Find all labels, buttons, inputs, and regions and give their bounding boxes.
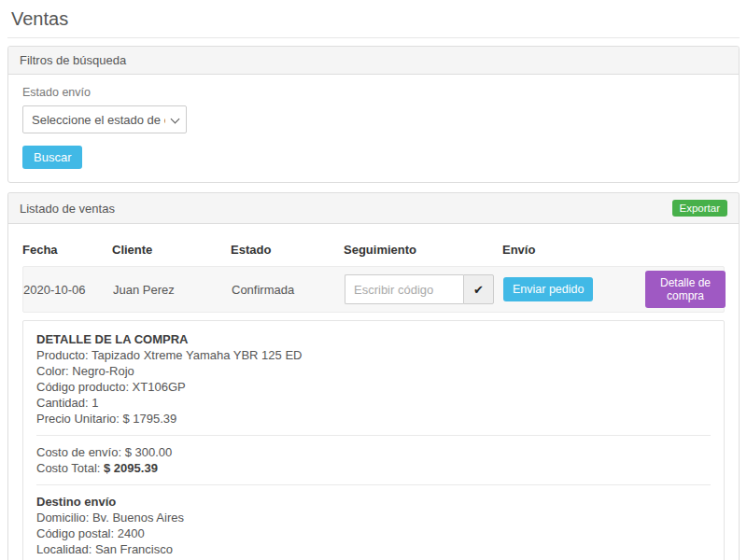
table-header: Fecha Cliente Estado Seguimiento Envío [22, 235, 725, 266]
filters-panel: Filtros de búsqueda Estado envío Selecci… [7, 46, 740, 183]
buscar-button[interactable]: Buscar [22, 146, 82, 169]
sales-panel-header: Listado de ventas Exportar [8, 193, 739, 224]
destination-line-localidad: Localidad: San Francisco [36, 541, 711, 557]
page: Ventas Filtros de búsqueda Estado envío … [0, 0, 747, 560]
page-divider [7, 37, 740, 38]
column-estado: Estado [231, 243, 344, 257]
sale-status: Confirmada [232, 283, 345, 297]
sales-panel: Listado de ventas Exportar Fecha Cliente… [7, 192, 740, 560]
column-seguimiento: Seguimiento [344, 243, 502, 257]
table-row: 2020-10-06 Juan Perez Confirmada ✔ Envia… [22, 266, 725, 313]
detail-line-color: Color: Negro-Rojo [36, 363, 711, 379]
destination-line-domicilio: Domicilio: Bv. Buenos Aires [36, 510, 711, 525]
column-fecha: Fecha [22, 243, 112, 257]
page-title: Ventas [7, 0, 740, 37]
sales-panel-body: Fecha Cliente Estado Seguimiento Envío 2… [8, 224, 739, 560]
tracking-code-input[interactable] [345, 274, 463, 304]
detail-cell: Detalle de compra [645, 271, 726, 308]
send-order-button[interactable]: Enviar pedido [503, 277, 593, 301]
estado-envio-select-wrap: Seleccione el estado de envio [22, 105, 187, 133]
detail-divider-2 [36, 484, 711, 485]
sale-date: 2020-10-06 [23, 283, 113, 297]
purchase-detail-button[interactable]: Detalle de compra [645, 271, 726, 308]
total-cost: Costo Total: $ 2095.39 [36, 460, 711, 476]
confirm-tracking-button[interactable]: ✔ [463, 274, 494, 304]
detail-line-codigo: Código producto: XT106GP [36, 379, 711, 395]
purchase-detail-panel: DETALLE DE LA COMPRA Producto: Tapizado … [22, 320, 725, 560]
total-cost-label: Costo Total: [36, 461, 104, 475]
total-cost-value: $ 2095.39 [104, 461, 158, 475]
detail-title: DETALLE DE LA COMPRA [36, 331, 711, 347]
check-icon: ✔ [473, 283, 484, 297]
detail-divider [36, 435, 711, 436]
sales-panel-title: Listado de ventas [20, 202, 115, 216]
destination-title: Destino envío [36, 494, 711, 510]
filters-panel-body: Estado envío Seleccione el estado de env… [8, 75, 739, 182]
detail-line-precio: Precio Unitario: $ 1795.39 [36, 411, 711, 427]
column-cliente: Cliente [112, 243, 231, 257]
estado-envio-select[interactable]: Seleccione el estado de envio [22, 105, 187, 133]
tracking-input-group: ✔ [345, 274, 494, 304]
tracking-cell: ✔ [345, 274, 503, 304]
send-cell: Enviar pedido [503, 277, 645, 301]
detail-line-cantidad: Cantidad: 1 [36, 395, 711, 411]
column-envio: Envío [502, 243, 644, 257]
exportar-button[interactable]: Exportar [672, 200, 727, 217]
destination-line-codigo-postal: Código postal: 2400 [36, 525, 711, 541]
shipping-cost: Costo de envío: $ 300.00 [36, 444, 711, 460]
filters-panel-title: Filtros de búsqueda [20, 53, 126, 67]
sale-client: Juan Perez [113, 283, 232, 297]
detail-line-producto: Producto: Tapizado Xtreme Yamaha YBR 125… [36, 347, 711, 363]
filters-panel-header: Filtros de búsqueda [8, 47, 739, 75]
estado-envio-label: Estado envío [22, 86, 725, 99]
